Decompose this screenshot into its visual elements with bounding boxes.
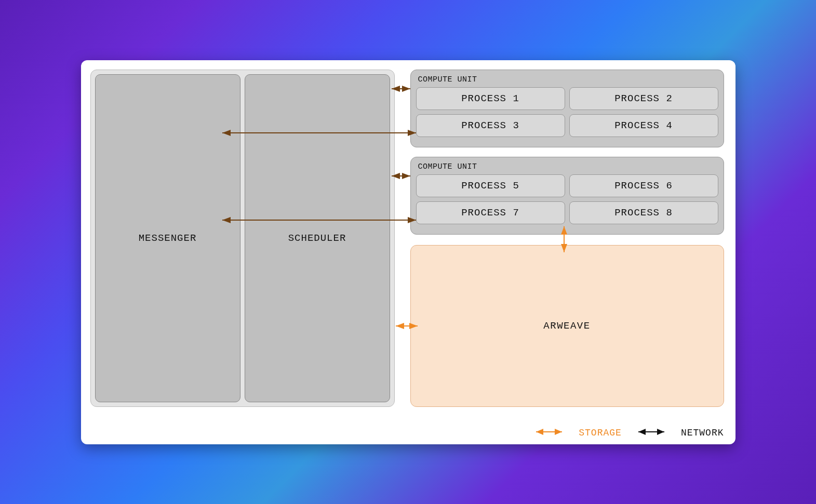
compute-unit-title: COMPUTE UNIT xyxy=(416,161,718,174)
scheduler-label: SCHEDULER xyxy=(288,233,346,244)
scheduler-box: SCHEDULER xyxy=(245,74,390,402)
process-label: PROCESS 1 xyxy=(461,93,519,104)
process-label: PROCESS 7 xyxy=(461,207,519,219)
legend-storage-arrow-icon xyxy=(534,428,564,438)
compute-unit-title: COMPUTE UNIT xyxy=(416,74,718,87)
legend-network-arrow-icon xyxy=(636,428,666,438)
arweave-label: ARWEAVE xyxy=(543,320,590,332)
process-label: PROCESS 8 xyxy=(614,207,673,219)
process-grid: PROCESS 5 PROCESS 6 PROCESS 7 PROCESS 8 xyxy=(416,174,718,224)
legend-network-label: NETWORK xyxy=(681,428,724,438)
process-box: PROCESS 4 xyxy=(569,114,718,137)
process-label: PROCESS 4 xyxy=(614,120,673,131)
compute-unit-1: COMPUTE UNIT PROCESS 1 PROCESS 2 PROCESS… xyxy=(410,70,724,147)
arweave-box: ARWEAVE xyxy=(410,245,724,407)
process-label: PROCESS 3 xyxy=(461,120,519,131)
process-label: PROCESS 6 xyxy=(614,180,673,192)
messenger-box: MESSENGER xyxy=(95,74,240,402)
legend: STORAGE NETWORK xyxy=(534,428,724,438)
process-label: PROCESS 5 xyxy=(461,180,519,192)
process-box: PROCESS 1 xyxy=(416,87,565,110)
process-box: PROCESS 5 xyxy=(416,174,565,197)
legend-storage-label: STORAGE xyxy=(579,428,622,438)
compute-unit-2: COMPUTE UNIT PROCESS 5 PROCESS 6 PROCESS… xyxy=(410,157,724,235)
messenger-label: MESSENGER xyxy=(139,233,197,244)
process-grid: PROCESS 1 PROCESS 2 PROCESS 3 PROCESS 4 xyxy=(416,87,718,137)
messenger-scheduler-container: MESSENGER SCHEDULER xyxy=(90,70,395,407)
process-box: PROCESS 8 xyxy=(569,201,718,224)
process-label: PROCESS 2 xyxy=(614,93,673,104)
process-box: PROCESS 7 xyxy=(416,201,565,224)
process-box: PROCESS 2 xyxy=(569,87,718,110)
process-box: PROCESS 3 xyxy=(416,114,565,137)
diagram-card: MESSENGER SCHEDULER COMPUTE UNIT PROCESS… xyxy=(81,60,735,444)
process-box: PROCESS 6 xyxy=(569,174,718,197)
